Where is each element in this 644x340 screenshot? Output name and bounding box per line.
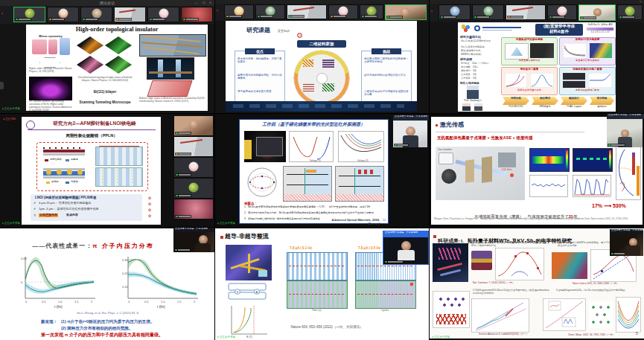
participant-filmstrip: ● (430, 4, 644, 22)
recording-indicator-icon: ● (217, 10, 218, 13)
slide-title: 超导-非超导整流 (225, 233, 269, 240)
share-status-label: ● 正在共享屏幕 (217, 336, 235, 339)
mic-icon (581, 17, 583, 19)
section3-caption: 3.笼目Kagome材料KV₃Sb₅中存在巨大反常霍尔效应（极低温不饱和skew… (473, 289, 555, 295)
panel1-label: 7.8 μA | 0.1 Hz (290, 246, 312, 251)
participant-thumbnail[interactable] (287, 4, 327, 19)
meeting-window-1: 腾讯会议 — ❐ ✕ ● (0, 0, 214, 113)
pros-item: 原子级厚度的洁净表面与界面 (237, 90, 282, 93)
webcam-titlebar[interactable]: 正在观看共享屏幕 · 共享者视角 (607, 114, 644, 119)
webcam-titlebar[interactable]: 正在观看共享屏幕 · 共享者视角 (393, 115, 429, 121)
participant-thumbnail[interactable] (255, 4, 285, 19)
legend-label: 绝缘体 (71, 181, 78, 184)
figure-iv-curve: Voltage (V) (289, 131, 334, 162)
active-speaker-video[interactable] (385, 4, 427, 20)
participant-filmstrip: ● (215, 4, 429, 21)
figure-gain-comparison (616, 147, 641, 200)
figure-current-squarewave (287, 252, 348, 280)
participant-thumbnail[interactable] (173, 199, 214, 219)
svg-text:0.08: 0.08 (21, 257, 28, 260)
participant-video[interactable] (173, 115, 214, 136)
participant-name (175, 215, 191, 218)
sidebar-handle[interactable] (0, 82, 4, 89)
figure-iv-curves (505, 73, 527, 88)
participant-thumbnail[interactable] (114, 7, 146, 22)
slide-footer-band (226, 101, 417, 112)
panel-diode: 范德华异质结/光电二极管 高整流比异质结二极管 (559, 67, 616, 95)
recording-indicator-icon: ● (1, 13, 3, 16)
use-case-2: 1μm- 4 μm： 实现可见光近红外波段频率转换 (39, 208, 98, 211)
speaker-face (189, 120, 198, 129)
speaker-face (593, 8, 602, 16)
participant-thumbnail[interactable] (506, 4, 546, 20)
figure-device-microscope (226, 245, 272, 280)
participant-thumbnail[interactable] (328, 4, 358, 19)
close-icon[interactable]: ✕ (207, 1, 214, 4)
participant-thumbnail[interactable] (617, 4, 643, 20)
avatar (483, 6, 493, 16)
mic-icon (116, 19, 118, 21)
webcam-window[interactable]: 正在观看共享屏幕 · 共享者视角 (173, 228, 214, 252)
cons-item: 二维体系输运机理与规模化集成面临诸多问题 (364, 90, 409, 97)
participant-thumbnail[interactable] (181, 7, 213, 22)
participant-name (182, 18, 199, 21)
colorbar (609, 150, 611, 170)
shared-slide-lnoi: 研究方向2—AFM探针制备LNOI铁电畴 周期性极化铌酸锂（PPLN） 周期性电… (22, 117, 161, 225)
active-speaker-video[interactable] (578, 4, 616, 21)
panel-detector: 深紫外/日盲光电探测 高灵敏日盲紫外探测器 (559, 37, 616, 65)
participant-video[interactable] (173, 136, 214, 157)
summary-box: LNOI (绝缘层衬底铌酸锂薄膜) PPLN用途 ✓ 4 μm-20 μm： 可… (31, 194, 142, 221)
participant-thumbnail[interactable] (173, 178, 214, 199)
participant-name (549, 16, 565, 19)
legend-swatch (45, 159, 48, 161)
webcam-window[interactable]: 正在观看共享屏幕 · 共享者视角 (383, 231, 429, 265)
findings-label: 新发现： (41, 319, 57, 324)
participant-thumbnail[interactable] (360, 4, 383, 19)
speaker-body (398, 250, 415, 260)
participant-thumbnail[interactable] (224, 4, 254, 19)
flow-step-2-sub: XRD&霍尔 (532, 106, 558, 109)
slide-title-red: π 介子内压力分布 (92, 243, 153, 249)
svg-text:r (fm): r (fm) (54, 305, 63, 309)
recording-indicator-icon: ● (431, 10, 433, 13)
participant-thumbnail[interactable] (173, 157, 214, 178)
participant-name (82, 18, 98, 21)
minimize-icon[interactable]: — (193, 1, 200, 4)
participant-name (330, 15, 346, 18)
flow-step-3-sub: TCAD, Layout (561, 106, 587, 109)
webcam-window[interactable]: 正在观看共享屏幕 · 共享者视角 (610, 229, 643, 256)
participant-thumbnail[interactable] (47, 7, 79, 22)
mic-icon (16, 19, 18, 21)
mic-icon (362, 16, 364, 18)
bullet-marker (220, 236, 223, 239)
participant-thumbnail[interactable] (13, 7, 45, 22)
speaker-body (196, 243, 211, 252)
mic-icon (176, 174, 178, 176)
legend-label: 周期性电极 (50, 158, 62, 161)
figure-band-diagram-e (335, 166, 384, 202)
person-title: 报告人/指导教师 (460, 82, 479, 85)
participant-name (115, 18, 132, 21)
participant-name (619, 16, 635, 19)
svg-text:2: 2 (91, 300, 93, 304)
legend-swatch (66, 159, 69, 161)
participant-thumbnail[interactable] (147, 7, 179, 22)
webcam-window[interactable] (393, 121, 427, 147)
participant-thumbnail[interactable] (439, 4, 471, 20)
citation: Nature 604, 653–656 (2022)（一作、共同通讯） (260, 325, 394, 330)
participant-thumbnail[interactable] (80, 7, 112, 22)
figure-arpes-3 (77, 56, 103, 74)
svg-text:1.0: 1.0 (58, 300, 63, 304)
participant-thumbnail[interactable] (472, 4, 504, 20)
participant-thumbnail[interactable] (547, 4, 577, 20)
maximize-icon[interactable]: ❐ (200, 1, 207, 4)
room-video-detail (180, 139, 203, 144)
participant-name (175, 132, 191, 135)
webcam-window[interactable] (607, 119, 643, 147)
panel-title: 范德华异质结/光电二极管 (560, 68, 615, 71)
svg-text:V: V (237, 290, 239, 294)
meeting-window-7: ——代表性成果一：π 介子内压力分布 0.08 0 00.51.01.52 r … (0, 228, 214, 340)
webcam-titlebar[interactable]: 正在观看共享屏幕 · 共享者视角 (383, 231, 429, 237)
participant-name (15, 18, 31, 21)
mic-icon (331, 16, 333, 18)
